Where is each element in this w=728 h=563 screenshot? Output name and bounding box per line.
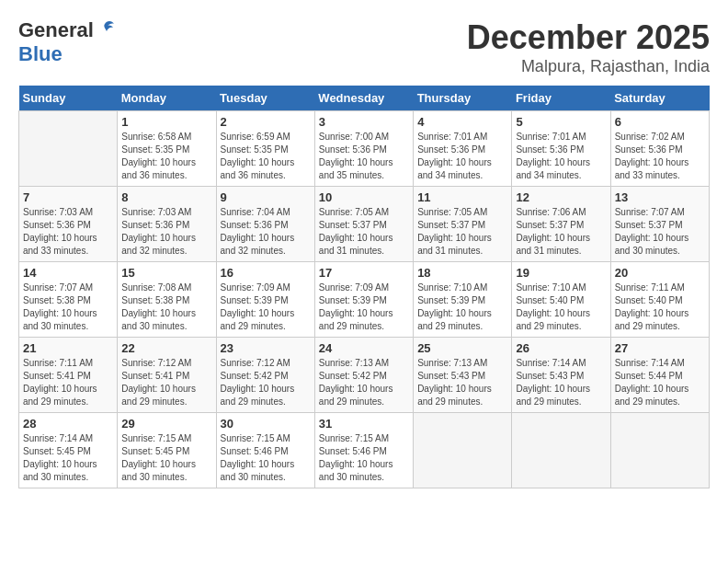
day-number: 29 (121, 417, 211, 431)
day-info: Sunrise: 7:14 AM Sunset: 5:44 PM Dayligh… (615, 357, 705, 408)
calendar-cell: 3Sunrise: 7:00 AM Sunset: 5:36 PM Daylig… (314, 111, 413, 187)
calendar-cell: 27Sunrise: 7:14 AM Sunset: 5:44 PM Dayli… (610, 338, 709, 413)
day-number: 1 (121, 115, 211, 129)
calendar-cell: 4Sunrise: 7:01 AM Sunset: 5:36 PM Daylig… (414, 111, 512, 187)
day-info: Sunrise: 7:05 AM Sunset: 5:37 PM Dayligh… (319, 206, 409, 258)
location-title: Malpura, Rajasthan, India (467, 57, 710, 76)
day-header-monday: Monday (118, 86, 216, 111)
day-info: Sunrise: 7:05 AM Sunset: 5:37 PM Dayligh… (417, 206, 507, 258)
calendar-cell (512, 413, 610, 488)
day-number: 30 (221, 417, 311, 431)
logo-blue-text: Blue (18, 42, 63, 65)
day-info: Sunrise: 7:01 AM Sunset: 5:36 PM Dayligh… (516, 131, 606, 182)
day-number: 10 (319, 190, 409, 204)
day-number: 31 (319, 417, 409, 431)
day-info: Sunrise: 7:02 AM Sunset: 5:36 PM Dayligh… (615, 131, 705, 182)
calendar-cell: 8Sunrise: 7:03 AM Sunset: 5:36 PM Daylig… (118, 187, 216, 262)
calendar-table: SundayMondayTuesdayWednesdayThursdayFrid… (18, 86, 710, 488)
day-number: 5 (516, 115, 606, 129)
day-number: 15 (121, 266, 211, 280)
calendar-cell: 23Sunrise: 7:12 AM Sunset: 5:42 PM Dayli… (216, 338, 314, 413)
day-number: 28 (23, 417, 113, 431)
day-info: Sunrise: 7:12 AM Sunset: 5:41 PM Dayligh… (121, 357, 211, 408)
calendar-cell: 15Sunrise: 7:08 AM Sunset: 5:38 PM Dayli… (118, 262, 216, 338)
day-header-saturday: Saturday (610, 86, 709, 111)
day-info: Sunrise: 7:12 AM Sunset: 5:42 PM Dayligh… (221, 357, 311, 408)
month-title: December 2025 (467, 18, 710, 57)
day-number: 2 (221, 115, 311, 129)
day-info: Sunrise: 7:14 AM Sunset: 5:45 PM Dayligh… (23, 432, 113, 484)
day-info: Sunrise: 7:01 AM Sunset: 5:36 PM Dayligh… (417, 131, 507, 182)
calendar-cell: 9Sunrise: 7:04 AM Sunset: 5:36 PM Daylig… (216, 187, 314, 262)
calendar-week-row: 1Sunrise: 6:58 AM Sunset: 5:35 PM Daylig… (19, 111, 710, 187)
day-info: Sunrise: 7:10 AM Sunset: 5:40 PM Dayligh… (516, 282, 606, 333)
calendar-cell: 30Sunrise: 7:15 AM Sunset: 5:46 PM Dayli… (216, 413, 314, 488)
calendar-header-row: SundayMondayTuesdayWednesdayThursdayFrid… (19, 86, 710, 111)
day-info: Sunrise: 7:04 AM Sunset: 5:36 PM Dayligh… (221, 206, 311, 258)
calendar-cell: 16Sunrise: 7:09 AM Sunset: 5:39 PM Dayli… (216, 262, 314, 338)
day-number: 26 (516, 341, 606, 355)
day-number: 16 (221, 266, 311, 280)
day-number: 20 (615, 266, 705, 280)
day-number: 19 (516, 266, 606, 280)
day-info: Sunrise: 7:09 AM Sunset: 5:39 PM Dayligh… (319, 282, 409, 333)
day-number: 22 (121, 341, 211, 355)
calendar-cell: 26Sunrise: 7:14 AM Sunset: 5:43 PM Dayli… (512, 338, 610, 413)
calendar-cell: 6Sunrise: 7:02 AM Sunset: 5:36 PM Daylig… (610, 111, 709, 187)
day-number: 17 (319, 266, 409, 280)
calendar-cell: 10Sunrise: 7:05 AM Sunset: 5:37 PM Dayli… (314, 187, 413, 262)
calendar-cell: 1Sunrise: 6:58 AM Sunset: 5:35 PM Daylig… (118, 111, 216, 187)
calendar-cell: 14Sunrise: 7:07 AM Sunset: 5:38 PM Dayli… (19, 262, 118, 338)
day-info: Sunrise: 7:07 AM Sunset: 5:38 PM Dayligh… (23, 282, 113, 333)
day-number: 11 (417, 190, 507, 204)
day-number: 25 (417, 341, 507, 355)
calendar-cell: 13Sunrise: 7:07 AM Sunset: 5:37 PM Dayli… (610, 187, 709, 262)
day-header-wednesday: Wednesday (314, 86, 413, 111)
day-number: 12 (516, 190, 606, 204)
day-number: 6 (615, 115, 705, 129)
calendar-week-row: 21Sunrise: 7:11 AM Sunset: 5:41 PM Dayli… (19, 338, 710, 413)
day-header-tuesday: Tuesday (216, 86, 314, 111)
calendar-cell: 11Sunrise: 7:05 AM Sunset: 5:37 PM Dayli… (414, 187, 512, 262)
day-info: Sunrise: 7:14 AM Sunset: 5:43 PM Dayligh… (516, 357, 606, 408)
day-number: 27 (615, 341, 705, 355)
logo-general-text: General (18, 18, 94, 42)
logo: General Blue (18, 18, 116, 66)
day-number: 14 (23, 266, 113, 280)
day-info: Sunrise: 7:09 AM Sunset: 5:39 PM Dayligh… (221, 282, 311, 333)
day-info: Sunrise: 7:03 AM Sunset: 5:36 PM Dayligh… (121, 206, 211, 258)
calendar-week-row: 14Sunrise: 7:07 AM Sunset: 5:38 PM Dayli… (19, 262, 710, 338)
calendar-cell: 28Sunrise: 7:14 AM Sunset: 5:45 PM Dayli… (19, 413, 118, 488)
day-info: Sunrise: 7:08 AM Sunset: 5:38 PM Dayligh… (121, 282, 211, 333)
calendar-cell: 5Sunrise: 7:01 AM Sunset: 5:36 PM Daylig… (512, 111, 610, 187)
calendar-cell: 20Sunrise: 7:11 AM Sunset: 5:40 PM Dayli… (610, 262, 709, 338)
calendar-week-row: 7Sunrise: 7:03 AM Sunset: 5:36 PM Daylig… (19, 187, 710, 262)
calendar-cell: 12Sunrise: 7:06 AM Sunset: 5:37 PM Dayli… (512, 187, 610, 262)
calendar-cell: 7Sunrise: 7:03 AM Sunset: 5:36 PM Daylig… (19, 187, 118, 262)
day-info: Sunrise: 7:00 AM Sunset: 5:36 PM Dayligh… (319, 131, 409, 182)
day-info: Sunrise: 7:11 AM Sunset: 5:41 PM Dayligh… (23, 357, 113, 408)
day-header-thursday: Thursday (414, 86, 512, 111)
calendar-cell: 31Sunrise: 7:15 AM Sunset: 5:46 PM Dayli… (314, 413, 413, 488)
day-info: Sunrise: 7:15 AM Sunset: 5:46 PM Dayligh… (221, 432, 311, 484)
day-number: 7 (23, 190, 113, 204)
day-number: 8 (121, 190, 211, 204)
day-info: Sunrise: 7:07 AM Sunset: 5:37 PM Dayligh… (615, 206, 705, 258)
header: General Blue December 2025 Malpura, Raja… (18, 18, 710, 76)
day-info: Sunrise: 7:15 AM Sunset: 5:45 PM Dayligh… (121, 432, 211, 484)
day-info: Sunrise: 6:58 AM Sunset: 5:35 PM Dayligh… (121, 131, 211, 182)
calendar-week-row: 28Sunrise: 7:14 AM Sunset: 5:45 PM Dayli… (19, 413, 710, 488)
day-info: Sunrise: 7:06 AM Sunset: 5:37 PM Dayligh… (516, 206, 606, 258)
calendar-cell (610, 413, 709, 488)
calendar-cell: 21Sunrise: 7:11 AM Sunset: 5:41 PM Dayli… (19, 338, 118, 413)
calendar-cell (414, 413, 512, 488)
calendar-cell: 29Sunrise: 7:15 AM Sunset: 5:45 PM Dayli… (118, 413, 216, 488)
day-number: 23 (221, 341, 311, 355)
calendar-cell (19, 111, 118, 187)
calendar-cell: 22Sunrise: 7:12 AM Sunset: 5:41 PM Dayli… (118, 338, 216, 413)
day-info: Sunrise: 6:59 AM Sunset: 5:35 PM Dayligh… (221, 131, 311, 182)
day-info: Sunrise: 7:13 AM Sunset: 5:43 PM Dayligh… (417, 357, 507, 408)
day-number: 24 (319, 341, 409, 355)
day-info: Sunrise: 7:13 AM Sunset: 5:42 PM Dayligh… (319, 357, 409, 408)
day-info: Sunrise: 7:10 AM Sunset: 5:39 PM Dayligh… (417, 282, 507, 333)
